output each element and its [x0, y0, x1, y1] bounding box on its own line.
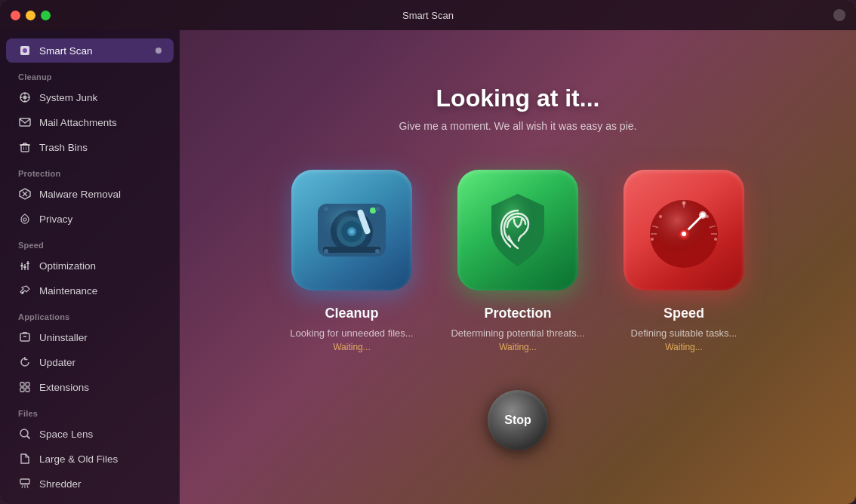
optimization-icon: [18, 259, 32, 272]
speed-card-waiting: Waiting...: [665, 342, 703, 352]
sidebar-item-system-junk[interactable]: System Junk: [6, 85, 174, 109]
protection-card-name: Protection: [484, 306, 551, 321]
active-indicator: [155, 48, 162, 54]
maximize-button[interactable]: [41, 11, 51, 20]
sidebar-item-shredder[interactable]: Shredder: [6, 472, 174, 496]
system-junk-icon: [18, 91, 32, 104]
sidebar-item-label: Malware Removal: [39, 189, 121, 200]
trash-icon: [18, 140, 32, 154]
svg-point-64: [714, 238, 717, 241]
updater-icon: [18, 355, 32, 369]
speed-card: Speed Defining suitable tasks... Waiting…: [612, 170, 756, 352]
svg-rect-33: [20, 479, 29, 484]
maintenance-icon: [18, 284, 32, 297]
svg-rect-28: [26, 383, 29, 386]
sidebar-item-optimization[interactable]: Optimization: [6, 254, 174, 278]
minimize-button[interactable]: [26, 11, 35, 20]
svg-point-63: [651, 238, 654, 241]
svg-point-31: [20, 429, 28, 437]
malware-icon: [18, 187, 32, 201]
cleanup-card: Cleanup Looking for unneeded files... Wa…: [280, 170, 423, 352]
sidebar: Smart Scan Cleanup System Junk: [0, 30, 180, 504]
sidebar-item-label: Mail Attachments: [39, 117, 117, 128]
svg-point-70: [701, 213, 705, 217]
svg-point-50: [375, 207, 380, 211]
sidebar-item-trash-bins[interactable]: Trash Bins: [6, 135, 174, 159]
sidebar-item-label: Trash Bins: [39, 142, 88, 153]
protection-card-waiting: Waiting...: [499, 342, 537, 352]
sidebar-item-privacy[interactable]: Privacy: [6, 207, 174, 231]
protection-card: Protection Determining potential threats…: [446, 170, 590, 352]
svg-rect-48: [323, 247, 380, 253]
sidebar-item-label: Uninstaller: [39, 332, 88, 343]
speed-card-status: Defining suitable tasks...: [631, 327, 737, 339]
cleanup-card-name: Cleanup: [325, 306, 378, 321]
sidebar-item-label: Smart Scan: [39, 45, 93, 57]
section-label-cleanup: Cleanup: [0, 63, 180, 85]
shredder-icon: [18, 477, 32, 490]
sidebar-item-label: Large & Old Files: [39, 453, 118, 465]
sidebar-item-label: Extensions: [39, 382, 89, 393]
sidebar-item-extensions[interactable]: Extensions: [6, 375, 174, 399]
protection-card-status: Determining potential threats...: [451, 327, 584, 339]
stop-button[interactable]: Stop: [488, 390, 548, 450]
sidebar-item-smart-scan[interactable]: Smart Scan: [6, 38, 174, 63]
smart-scan-icon: [18, 44, 32, 57]
sidebar-item-updater[interactable]: Updater: [6, 350, 174, 374]
sidebar-item-label: Space Lens: [39, 429, 93, 440]
svg-point-1: [23, 48, 27, 53]
title-bar-action-button[interactable]: [833, 9, 845, 21]
svg-point-45: [349, 229, 354, 234]
svg-line-36: [27, 485, 28, 488]
title-bar: Smart Scan: [0, 0, 856, 30]
svg-line-34: [22, 485, 23, 488]
sidebar-item-mail-attachments[interactable]: Mail Attachments: [6, 110, 174, 134]
close-button[interactable]: [11, 11, 20, 20]
sidebar-item-label: Privacy: [39, 214, 72, 225]
protection-icon: [457, 170, 578, 290]
svg-point-47: [370, 207, 376, 214]
svg-point-60: [682, 201, 686, 204]
sidebar-item-space-lens[interactable]: Space Lens: [6, 422, 174, 446]
svg-point-3: [23, 96, 27, 100]
window-title: Smart Scan: [402, 10, 454, 21]
cleanup-card-status: Looking for unneeded files...: [290, 327, 413, 339]
svg-point-49: [324, 207, 328, 211]
sidebar-item-large-old-files[interactable]: Large & Old Files: [6, 447, 174, 471]
svg-point-17: [23, 218, 26, 221]
svg-point-24: [22, 292, 24, 294]
svg-rect-9: [21, 145, 29, 152]
sidebar-item-label: Shredder: [39, 478, 82, 490]
sidebar-item-label: Maintenance: [39, 285, 97, 297]
svg-point-51: [324, 249, 328, 254]
svg-rect-30: [26, 388, 29, 392]
sidebar-item-label: Optimization: [39, 260, 96, 272]
privacy-icon: [18, 212, 32, 226]
extensions-icon: [18, 380, 32, 394]
cleanup-card-waiting: Waiting...: [333, 342, 371, 352]
large-files-icon: [18, 452, 32, 466]
sidebar-item-label: System Junk: [39, 92, 97, 103]
speed-icon: [624, 170, 744, 290]
svg-point-68: [682, 232, 686, 236]
sidebar-item-uninstaller[interactable]: Uninstaller: [6, 325, 174, 349]
sidebar-item-label: Updater: [39, 357, 75, 368]
svg-point-52: [375, 249, 380, 254]
speed-card-name: Speed: [664, 306, 704, 321]
sidebar-item-malware-removal[interactable]: Malware Removal: [6, 182, 174, 206]
section-label-speed: Speed: [0, 232, 180, 253]
svg-rect-29: [20, 388, 24, 392]
scan-headline: Looking at it...: [436, 85, 600, 112]
scan-subtext: Give me a moment. We all wish it was eas…: [399, 120, 637, 132]
app-window: Smart Scan Smart Scan Cleanup: [0, 0, 856, 504]
space-lens-icon: [18, 427, 32, 441]
section-label-protection: Protection: [0, 160, 180, 181]
sidebar-item-maintenance[interactable]: Maintenance: [6, 278, 174, 303]
svg-point-61: [659, 215, 662, 218]
main-content: Looking at it... Give me a moment. We al…: [180, 30, 856, 504]
svg-line-32: [27, 436, 30, 439]
cleanup-icon: [291, 170, 412, 290]
traffic-lights: [11, 11, 51, 20]
mail-icon: [18, 115, 32, 129]
scan-cards: Cleanup Looking for unneeded files... Wa…: [280, 170, 756, 352]
